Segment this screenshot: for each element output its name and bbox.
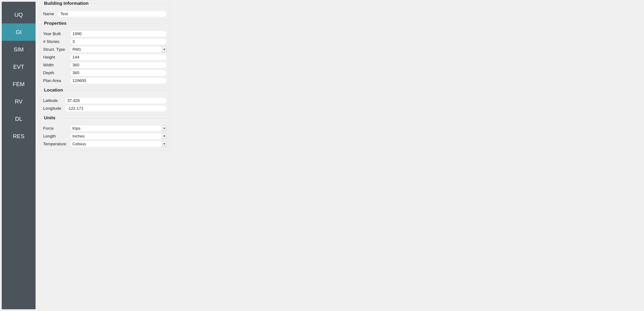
temperature-select[interactable]: Celsius [70, 141, 167, 147]
length-select[interactable]: Inches [70, 133, 167, 140]
group-location: Location Latitude Longitude [40, 90, 170, 115]
row-depth: Depth [43, 70, 167, 76]
sidebar-item-rv[interactable]: RV [2, 93, 36, 110]
latitude-input[interactable] [65, 98, 167, 104]
chevron-down-icon[interactable] [162, 134, 167, 139]
longitude-input[interactable] [65, 105, 167, 112]
sidebar-item-label: UQ [14, 12, 23, 18]
label-force: Force [43, 126, 68, 131]
force-value: Kips [70, 125, 162, 132]
row-longitude: Longitude [43, 105, 167, 112]
group-title: Properties [43, 20, 68, 26]
group-title: Units [43, 115, 57, 120]
label-name: Name [43, 12, 56, 16]
sidebar-item-sim[interactable]: SIM [2, 41, 36, 58]
label-longitude: Longitude [43, 106, 63, 111]
width-input[interactable] [70, 62, 167, 68]
label-temperature: Temperature [43, 142, 68, 146]
label-latitude: Latitude [43, 98, 63, 103]
row-name: Name [43, 11, 167, 17]
year-built-input[interactable] [70, 30, 167, 37]
sidebar-item-fem[interactable]: FEM [2, 76, 36, 93]
label-length: Length [43, 134, 68, 138]
chevron-down-icon[interactable] [162, 126, 167, 131]
name-input[interactable] [58, 11, 167, 17]
group-title: Building Information [43, 1, 90, 6]
sidebar-item-uq[interactable]: UQ [2, 6, 36, 24]
group-body: Force Kips Length Inches [43, 125, 167, 147]
row-width: Width [43, 62, 167, 68]
sidebar-item-label: RV [15, 98, 22, 105]
struct-type-value: RM1 [70, 46, 162, 53]
sidebar-item-label: FEM [13, 81, 25, 88]
group-units: Units Force Kips Length Inches [40, 118, 170, 150]
force-select[interactable]: Kips [70, 125, 167, 132]
row-latitude: Latitude [43, 98, 167, 104]
label-width: Width [43, 63, 68, 68]
label-depth: Depth [43, 70, 68, 75]
row-force: Force Kips [43, 125, 167, 132]
chevron-down-icon[interactable] [162, 47, 167, 52]
label-height: Height [43, 55, 68, 60]
height-input[interactable] [70, 54, 167, 60]
chevron-down-icon[interactable] [162, 141, 167, 147]
group-body: Latitude Longitude [43, 98, 167, 112]
sidebar-item-dl[interactable]: DL [2, 110, 36, 128]
depth-input[interactable] [70, 70, 167, 76]
main-panel: Building Information Name Properties Yea… [36, 0, 174, 311]
sidebar-item-label: RES [13, 133, 24, 140]
sidebar-item-label: SIM [14, 46, 24, 53]
sidebar-item-res[interactable]: RES [2, 128, 36, 145]
sidebar: UQ GI SIM EVT FEM RV DL RES [2, 2, 36, 309]
sidebar-item-label: DL [15, 116, 22, 122]
row-stories: # Stories [43, 38, 167, 45]
temperature-value: Celsius [70, 141, 162, 147]
group-body: Name [43, 11, 167, 17]
row-year-built: Year Built [43, 30, 167, 37]
struct-type-select[interactable]: RM1 [70, 46, 167, 53]
plan-area-input[interactable] [70, 78, 167, 84]
label-plan-area: Plan Area [43, 78, 68, 83]
group-properties: Properties Year Built # Stories Struct. … [40, 24, 170, 87]
group-body: Year Built # Stories Struct. Type RM1 [43, 30, 167, 84]
app-root: UQ GI SIM EVT FEM RV DL RES Building Inf… [0, 0, 644, 311]
label-year-built: Year Built [43, 32, 68, 36]
sidebar-item-gi[interactable]: GI [2, 24, 36, 41]
label-stories: # Stories [43, 39, 68, 44]
row-plan-area: Plan Area [43, 78, 167, 84]
stories-input[interactable] [70, 38, 167, 45]
group-title: Location [43, 88, 64, 92]
length-value: Inches [70, 133, 162, 140]
sidebar-item-label: GI [16, 29, 22, 36]
sidebar-item-label: EVT [13, 64, 24, 70]
group-building-information: Building Information Name [40, 4, 170, 20]
row-height: Height [43, 54, 167, 60]
row-length: Length Inches [43, 133, 167, 140]
row-struct-type: Struct. Type RM1 [43, 46, 167, 53]
row-temperature: Temperature Celsius [43, 141, 167, 147]
label-struct-type: Struct. Type [43, 47, 68, 52]
sidebar-item-evt[interactable]: EVT [2, 58, 36, 76]
